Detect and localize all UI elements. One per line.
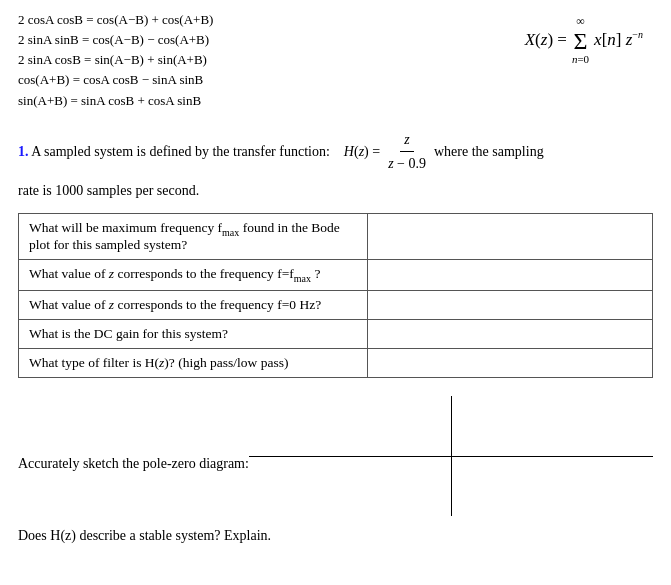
formula-4: cos(A+B) = cosA cosB − sinA sinB	[18, 70, 213, 90]
table-row: What will be maximum frequency fmax foun…	[19, 213, 653, 260]
hz-denominator: z − 0.9	[384, 152, 430, 174]
formula-5: sin(A+B) = sinA cosB + cosA sinB	[18, 91, 213, 111]
table-cell-question-2: What value of z corresponds to the frequ…	[19, 260, 368, 291]
table-row: What type of filter is H(z)? (high pass/…	[19, 349, 653, 378]
table-cell-answer-4	[367, 320, 652, 349]
table-cell-answer-5	[367, 349, 652, 378]
trig-formulas-section: 2 cosA cosB = cos(A−B) + cos(A+B) 2 sinA…	[18, 10, 653, 111]
vertical-axis	[451, 396, 452, 516]
formula-1: 2 cosA cosB = cos(A−B) + cos(A+B)	[18, 10, 213, 30]
sum-infinity: ∞	[576, 14, 585, 29]
where-text: where the sampling	[434, 141, 544, 162]
questions-table: What will be maximum frequency fmax foun…	[18, 213, 653, 378]
table-cell-question-4: What is the DC gain for this system?	[19, 320, 368, 349]
table-cell-answer-3	[367, 291, 652, 320]
xz-formula: X(z) = ∞ Σ n=0 x[n] z−n	[525, 14, 643, 65]
sum-lower: n=0	[572, 53, 589, 65]
sketch-section: Accurately sketch the pole-zero diagram:	[18, 396, 653, 516]
formula-3: 2 sinA cosB = sin(A−B) + sin(A+B)	[18, 50, 213, 70]
stable-text: Does H(z) describe a stable system? Expl…	[18, 528, 271, 543]
hz-numerator: z	[400, 129, 413, 152]
table-cell-question-3: What value of z corresponds to the frequ…	[19, 291, 368, 320]
xz-lhs: X(z) =	[525, 30, 567, 50]
fmax-sub-2: max	[294, 273, 311, 284]
question-1-section: 1. A sampled system is defined by the tr…	[18, 129, 653, 201]
hz-fraction: z z − 0.9	[384, 129, 430, 174]
trig-formulas-left: 2 cosA cosB = cos(A−B) + cos(A+B) 2 sinA…	[18, 10, 213, 111]
fmax-sub-1: max	[222, 226, 239, 237]
stable-section: Does H(z) describe a stable system? Expl…	[18, 528, 653, 544]
sum-symbol: Σ	[574, 29, 588, 53]
table-cell-question-5: What type of filter is H(z)? (high pass/…	[19, 349, 368, 378]
sketch-label: Accurately sketch the pole-zero diagram:	[18, 396, 249, 472]
hz-expression: H(z) = z z − 0.9 where the sampling	[344, 129, 544, 174]
table-cell-question-1: What will be maximum frequency fmax foun…	[19, 213, 368, 260]
hz-label: H(z) =	[344, 141, 380, 162]
table-cell-answer-2	[367, 260, 652, 291]
question-1-text: 1. A sampled system is defined by the tr…	[18, 141, 330, 162]
question-number: 1.	[18, 144, 29, 159]
table-row: What is the DC gain for this system?	[19, 320, 653, 349]
xz-body: x[n] z−n	[594, 29, 643, 50]
table-cell-answer-1	[367, 213, 652, 260]
formula-2: 2 sinA sinB = cos(A−B) − cos(A+B)	[18, 30, 213, 50]
xz-formula-container: X(z) = ∞ Σ n=0 x[n] z−n	[525, 10, 653, 65]
table-row: What value of z corresponds to the frequ…	[19, 291, 653, 320]
rate-text: rate is 1000 samples per second.	[18, 180, 653, 201]
sketch-area	[249, 396, 653, 516]
table-row: What value of z corresponds to the frequ…	[19, 260, 653, 291]
question-1-line: 1. A sampled system is defined by the tr…	[18, 129, 653, 174]
